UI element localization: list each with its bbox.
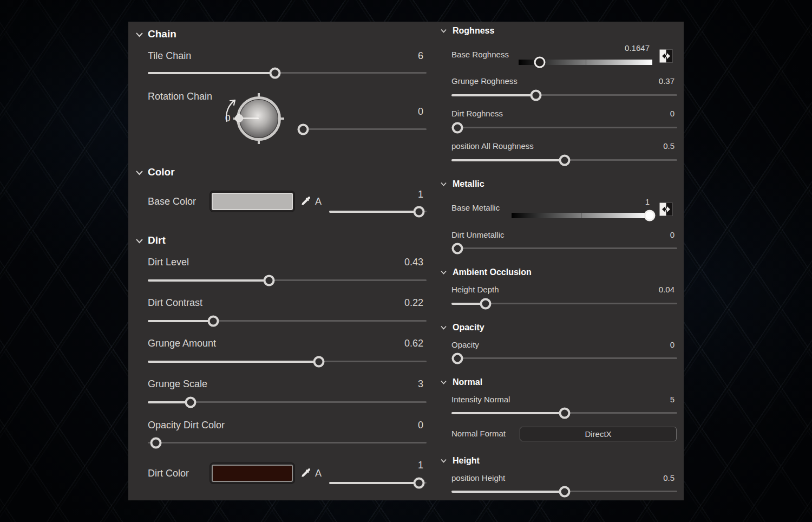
chain-section-header: Chain [148, 28, 176, 40]
dirt-level-slider-handle[interactable] [264, 275, 275, 286]
dirt-level-slider-fill [148, 279, 269, 282]
base-roghness-value: 0.1647 [451, 43, 650, 53]
grunge-amount-value: 0.62 [148, 338, 423, 349]
ambient-occlusion-section-header: Ambient Occlusion [453, 267, 532, 277]
dirt-unmetallic-slider[interactable] [451, 247, 677, 249]
tile-chain-slider-fill [148, 72, 275, 74]
metallic-section-header: Metallic [453, 179, 484, 189]
base-metallic-invert-icon[interactable] [659, 203, 673, 216]
color-collapse-chevron-down-icon[interactable] [135, 169, 143, 177]
opacity-section-header: Opacity [453, 323, 484, 332]
tile-chain-slider-handle[interactable] [269, 67, 280, 79]
rotation-chain-label: Rotation Chain [148, 91, 212, 102]
desktop-background: { "left": { "chain": { "title": "Chain",… [0, 0, 812, 522]
position-height-value: 0.5 [451, 473, 675, 482]
position-height-slider-handle[interactable] [559, 486, 570, 497]
position-all-roughness-value: 0.5 [451, 141, 675, 151]
tile-chain-slider[interactable] [148, 72, 427, 74]
dirt-unmetallic-slider-handle[interactable] [451, 243, 463, 254]
opacity-collapse-chevron-down-icon[interactable] [440, 324, 447, 331]
grunge-scale-value: 3 [148, 379, 423, 390]
intensity-normal-value: 5 [451, 395, 675, 404]
rotation-dial-tick-north [258, 93, 260, 97]
intensity-normal-slider[interactable] [451, 412, 677, 414]
grunge-amount-slider-fill [148, 361, 319, 363]
dirt-color-alpha-value: 1 [148, 460, 423, 471]
rotation-chain-slider-handle[interactable] [298, 123, 309, 135]
dirt-roghness-value: 0 [451, 109, 675, 118]
position-height-slider-fill [451, 491, 565, 493]
dirt-contrast-slider-fill [148, 320, 213, 322]
base-metallic-gradient-midpoint-tick [581, 213, 581, 218]
dirt-color-alpha-slider-handle[interactable] [413, 477, 424, 488]
base-color-alpha-slider[interactable] [329, 211, 427, 212]
base-roghness-invert-icon[interactable] [659, 49, 673, 63]
material-parameters-panel: Chain Tile Chain 6 Rotation Chain 0 0 Co… [128, 22, 684, 500]
roghness-section-header: Roghness [453, 26, 494, 36]
opacity-slider-handle[interactable] [451, 353, 463, 364]
height-depth-value: 0.04 [451, 285, 675, 294]
opacity-dirt-color-slider-handle[interactable] [150, 437, 162, 448]
dirt-contrast-slider-handle[interactable] [208, 315, 219, 327]
position-all-roughness-slider-fill [451, 159, 565, 161]
base-roghness-gradient-midpoint-tick [586, 60, 586, 65]
dirt-section-header: Dirt [148, 234, 166, 246]
rotation-dial-tick-east [280, 118, 284, 120]
rotation-chain-slider[interactable] [303, 128, 427, 130]
normal-collapse-chevron-down-icon[interactable] [440, 379, 447, 386]
grunge-roghness-slider-handle[interactable] [530, 89, 541, 101]
height-section-header: Height [453, 456, 480, 466]
height-depth-slider[interactable] [451, 303, 677, 304]
opacity-value: 0 [451, 340, 675, 349]
dirt-unmetallic-value: 0 [451, 230, 675, 239]
base-color-alpha-slider-handle[interactable] [413, 206, 424, 217]
position-all-roughness-slider[interactable] [451, 159, 677, 161]
opacity-dirt-color-value: 0 [148, 420, 423, 431]
normal-format-dropdown[interactable]: DirectX [520, 427, 677, 441]
dirt-level-value: 0.43 [148, 257, 423, 268]
base-roghness-gradient-slider[interactable] [519, 60, 652, 65]
normal-section-header: Normal [453, 377, 482, 387]
grunge-amount-slider-handle[interactable] [313, 356, 325, 367]
metallic-collapse-chevron-down-icon[interactable] [440, 181, 447, 187]
base-metallic-gradient-handle[interactable] [644, 210, 656, 221]
opacity-slider[interactable] [451, 357, 677, 359]
grunge-amount-slider[interactable] [148, 361, 427, 362]
color-section-header: Color [148, 166, 175, 178]
base-metallic-gradient-slider[interactable] [512, 213, 650, 218]
height-depth-slider-handle[interactable] [480, 298, 491, 309]
grunge-scale-slider-handle[interactable] [185, 396, 196, 408]
rotation-dial-tick-south [258, 140, 260, 144]
base-color-alpha-value: 1 [148, 189, 423, 200]
normal-format-label: Normal Format [451, 429, 506, 438]
dirt-contrast-value: 0.22 [148, 297, 423, 309]
normal-format-selected-value: DirectX [585, 429, 611, 439]
position-all-roughness-slider-handle[interactable] [559, 154, 570, 166]
dirt-roghness-slider[interactable] [451, 127, 677, 128]
dirt-collapse-chevron-down-icon[interactable] [135, 237, 143, 245]
tile-chain-value: 6 [148, 50, 423, 62]
dirt-color-alpha-slider-fill [329, 482, 419, 484]
rotation-chain-value: 0 [148, 106, 423, 118]
intensity-normal-slider-handle[interactable] [559, 407, 570, 419]
opacity-dirt-color-slider[interactable] [148, 442, 427, 443]
base-roghness-gradient-handle[interactable] [534, 57, 546, 68]
dirt-color-alpha-slider[interactable] [329, 482, 427, 484]
dirt-roghness-slider-handle[interactable] [451, 122, 463, 133]
grunge-scale-slider[interactable] [148, 401, 427, 403]
base-metallic-value: 1 [451, 197, 650, 206]
height-collapse-chevron-down-icon[interactable] [440, 458, 447, 464]
base-color-alpha-slider-fill [329, 211, 419, 213]
dirt-contrast-slider[interactable] [148, 320, 427, 322]
rotation-chain-dial[interactable] [233, 93, 284, 144]
intensity-normal-slider-fill [451, 412, 565, 414]
ambient-occlusion-collapse-chevron-down-icon[interactable] [440, 269, 447, 276]
roghness-collapse-chevron-down-icon[interactable] [440, 28, 447, 34]
grunge-roghness-slider[interactable] [451, 94, 677, 96]
position-height-slider[interactable] [451, 491, 677, 492]
dirt-level-slider[interactable] [148, 279, 427, 281]
chain-collapse-chevron-down-icon[interactable] [135, 31, 143, 38]
grunge-roghness-slider-fill [451, 94, 536, 96]
grunge-roghness-value: 0.37 [451, 76, 675, 86]
grunge-scale-slider-fill [148, 401, 191, 403]
